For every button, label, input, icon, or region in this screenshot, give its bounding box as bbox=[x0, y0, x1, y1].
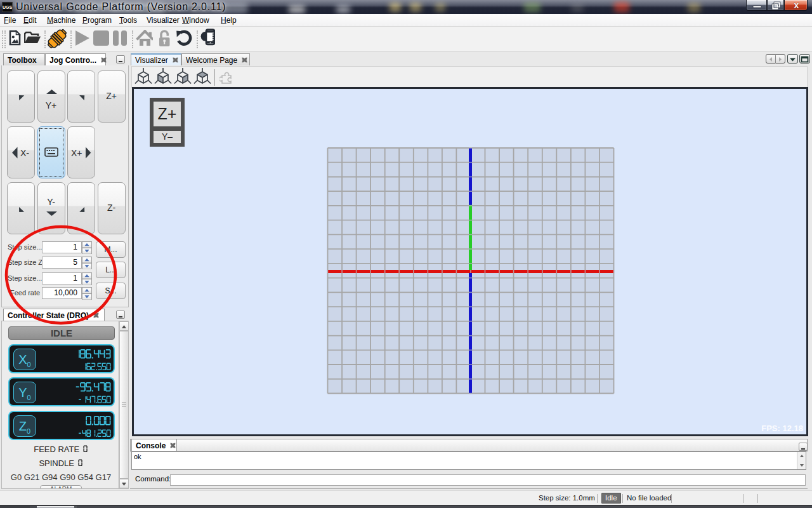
svg-text:x: x bbox=[794, 0, 799, 10]
